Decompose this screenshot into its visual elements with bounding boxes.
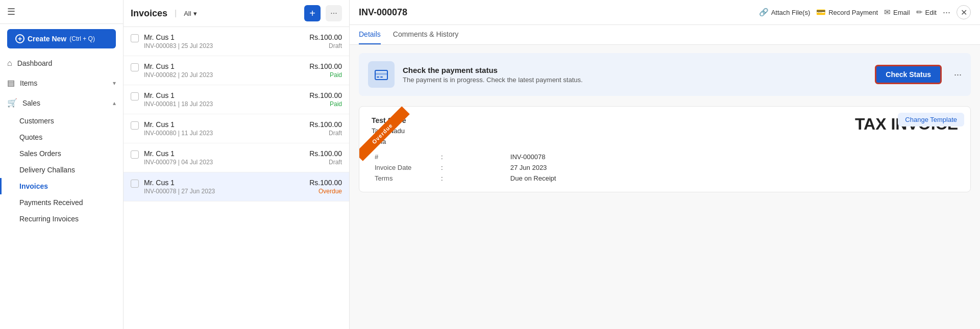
dashboard-icon: ⌂ [7,59,12,68]
overdue-ribbon: Overdue [359,107,410,161]
invoice-amount: Rs.100.00 [309,33,342,41]
sidebar-item-dashboard[interactable]: ⌂ Dashboard [0,54,123,73]
payment-status-icon [368,61,395,88]
filter-button[interactable]: All ▾ [184,10,197,17]
svg-rect-3 [380,77,383,78]
invoice-status: Paid [309,71,342,79]
table-row[interactable]: Mr. Cus 1 INV-000080 | 11 Jul 2023 Rs.10… [124,114,349,143]
field-value: 27 Jun 2023 [507,162,958,173]
invoice-preview: Change Template Overdue Test Store Tamil… [359,106,971,192]
invoice-amount: Rs.100.00 [309,91,342,99]
edit-icon: ✏ [916,8,923,17]
record-payment-label: Record Payment [828,9,878,16]
table-row[interactable]: Mr. Cus 1 INV-000078 | 27 Jun 2023 Rs.10… [124,172,349,201]
sidebar-item-label: Sales [22,99,40,107]
list-header: Invoices | All ▾ + ··· [124,0,349,27]
invoice-checkbox[interactable] [131,150,139,159]
invoice-status: Draft [309,130,342,137]
edit-label: Edit [925,9,937,16]
attach-files-button[interactable]: 🔗 Attach File(s) [759,8,811,17]
sidebar-item-label: Dashboard [17,59,53,67]
field-separator: : [438,151,507,162]
field-label: Terms [372,173,438,184]
list-title: Invoices [131,8,167,19]
create-new-button[interactable]: + Create New (Ctrl + Q) [7,29,116,48]
detail-tabs: Details Comments & History [350,25,980,45]
detail-actions: 🔗 Attach File(s) 💳 Record Payment ✉ Emai… [759,5,971,19]
create-new-shortcut: (Ctrl + Q) [69,35,95,42]
field-separator: : [438,173,507,184]
sidebar-item-delivery-challans[interactable]: Delivery Challans [0,162,123,178]
invoice-amount: Rs.100.00 [309,149,342,158]
chevron-down-icon: ▾ [113,80,116,87]
plus-circle-icon: + [15,34,24,43]
sidebar-header: ☰ [0,0,123,24]
field-value: INV-000078 [507,151,958,162]
invoice-amount: Rs.100.00 [309,179,342,187]
invoice-checkbox[interactable] [131,121,139,130]
table-row[interactable]: Mr. Cus 1 INV-000082 | 20 Jul 2023 Rs.10… [124,56,349,85]
chevron-up-icon: ▴ [113,99,116,107]
more-options-button[interactable]: ··· [326,5,342,21]
add-invoice-button[interactable]: + [304,5,321,21]
list-divider: | [175,9,177,18]
sidebar-item-customers[interactable]: Customers [0,113,123,129]
attach-files-label: Attach File(s) [771,9,811,16]
edit-button[interactable]: ✏ Edit [916,8,937,17]
table-row[interactable]: Mr. Cus 1 INV-000079 | 04 Jul 2023 Rs.10… [124,143,349,172]
card-more-options[interactable]: ··· [954,69,962,80]
hamburger-icon[interactable]: ☰ [7,7,15,17]
tab-details[interactable]: Details [359,25,381,44]
invoice-meta: INV-000080 | 11 Jul 2023 [144,130,304,137]
sidebar-item-payments-received[interactable]: Payments Received [0,194,123,211]
invoice-meta: INV-000081 | 18 Jul 2023 [144,100,304,108]
invoice-list-panel: Invoices | All ▾ + ··· Mr. Cus 1 INV-000… [124,0,350,329]
invoice-status: Paid [309,100,342,108]
sidebar-item-recurring-invoices[interactable]: Recurring Invoices [0,211,123,227]
invoice-list: Mr. Cus 1 INV-000083 | 25 Jul 2023 Rs.10… [124,27,349,329]
customer-name: Mr. Cus 1 [144,149,304,158]
sidebar-item-items[interactable]: ▤ Items ▾ [0,73,123,93]
table-row: Invoice Date : 27 Jun 2023 [372,162,958,173]
table-row[interactable]: Mr. Cus 1 INV-000081 | 18 Jul 2023 Rs.10… [124,85,349,114]
payment-status-description: The payment is in progress. Check the la… [403,76,867,84]
invoice-checkbox[interactable] [131,180,139,188]
sidebar-item-sales[interactable]: 🛒 Sales ▴ [0,93,123,113]
invoice-status: Draft [309,42,342,49]
sidebar-item-label: Items [20,79,37,87]
sidebar-item-invoices[interactable]: Invoices [0,178,123,194]
invoice-meta: INV-000083 | 25 Jul 2023 [144,42,304,49]
payment-status-title: Check the payment status [403,66,867,74]
invoice-amount: Rs.100.00 [309,120,342,129]
svg-rect-1 [375,73,387,75]
customer-name: Mr. Cus 1 [144,91,304,99]
detail-content: Check the payment status The payment is … [350,45,980,329]
invoice-checkbox[interactable] [131,92,139,100]
invoice-checkbox[interactable] [131,63,139,71]
record-payment-button[interactable]: 💳 Record Payment [816,8,878,17]
tab-comments-history[interactable]: Comments & History [393,25,458,44]
email-button[interactable]: ✉ Email [884,8,910,17]
field-separator: : [438,162,507,173]
payment-status-card: Check the payment status The payment is … [359,53,971,96]
invoice-meta: INV-000082 | 20 Jul 2023 [144,71,304,79]
invoice-amount: Rs.100.00 [309,62,342,70]
detail-more-options[interactable]: ··· [943,7,950,18]
sales-icon: 🛒 [7,98,17,108]
overdue-ribbon-wrapper: Overdue [359,107,426,173]
check-status-button[interactable]: Check Status [875,65,942,84]
detail-invoice-id: INV-000078 [359,7,407,18]
table-row[interactable]: Mr. Cus 1 INV-000083 | 25 Jul 2023 Rs.10… [124,27,349,56]
sidebar-item-sales-orders[interactable]: Sales Orders [0,145,123,162]
attach-icon: 🔗 [759,8,769,17]
invoice-checkbox[interactable] [131,34,139,42]
table-row: Terms : Due on Receipt [372,173,958,184]
change-template-button[interactable]: Change Template [898,113,964,126]
svg-rect-2 [377,77,379,78]
items-icon: ▤ [7,78,15,88]
email-label: Email [893,9,910,16]
email-icon: ✉ [884,8,891,17]
sidebar-item-quotes[interactable]: Quotes [0,129,123,145]
customer-name: Mr. Cus 1 [144,179,304,187]
close-button[interactable]: ✕ [957,5,971,19]
